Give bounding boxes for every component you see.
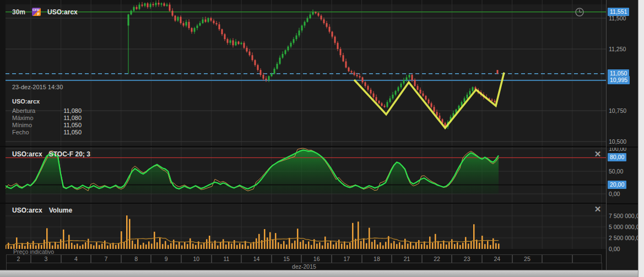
price-chart-canvas[interactable] [6, 0, 606, 146]
trading-chart-window: 30m CFDF USO:arcx 23-dez-2015 14:30 USO:… [0, 0, 644, 277]
date-cell[interactable]: 25 [512, 254, 543, 263]
tooltip-high-row: Máximo11,080 [12, 115, 82, 122]
date-cell[interactable]: 10 [181, 254, 212, 263]
date-cell[interactable]: 4 [61, 254, 91, 263]
volume-panel[interactable] [6, 204, 606, 249]
tooltip-datetime: 23-dez-2015 14:30 [12, 84, 82, 90]
symbol-label[interactable]: USO:arcx [47, 8, 78, 16]
date-cell[interactable]: 11 [212, 254, 242, 263]
date-cell-empty [542, 254, 572, 263]
volume-axis-tick: 7 500 000,00 [609, 213, 638, 219]
date-cell[interactable]: 7 [91, 254, 121, 263]
last-price-badge[interactable]: 10,995 [608, 76, 630, 84]
date-cell[interactable]: 14 [241, 254, 272, 263]
price-chart-panel[interactable] [6, 0, 606, 146]
stoch-axis-tick: 0,00 [609, 191, 620, 197]
time-axis[interactable]: dez-2015 234789101114151617182122232425 [6, 254, 606, 270]
symbol-label[interactable]: USO:arcx [12, 150, 42, 158]
date-cell[interactable]: 24 [482, 254, 512, 263]
volume-axis-tick: 2 500 000,00 [609, 235, 638, 241]
date-cell-empty [572, 254, 602, 263]
stochastic-canvas[interactable] [6, 147, 606, 203]
price-axis-tick: 10,500 [609, 138, 626, 145]
date-cell[interactable]: 18 [362, 254, 392, 263]
tooltip-symbol: USO:arcx [12, 98, 82, 105]
stochastic-panel[interactable] [6, 147, 606, 203]
price-axis-tick: 10,750 [609, 107, 626, 114]
timeframe-label[interactable]: 30m [12, 8, 25, 16]
stoch-lower-badge[interactable]: 20,00 [608, 181, 626, 189]
ohlc-tooltip: 23-dez-2015 14:30 USO:arcx Abertura11,08… [12, 84, 82, 136]
alert-price-badge[interactable]: 11,551 [608, 8, 629, 16]
stoch-upper-badge[interactable]: 80,00 [608, 153, 626, 161]
window-edge-strip [638, 0, 644, 277]
panel-separator[interactable] [0, 203, 638, 204]
price-axis-tick: 11,500 [609, 15, 626, 21]
price-panel-header: 30m CFDF USO:arcx [12, 8, 78, 16]
symbol-label[interactable]: USO:arcx [12, 207, 42, 214]
date-cell[interactable]: 8 [121, 254, 151, 263]
volume-axis-tick: 5 000 000,00 [609, 224, 638, 230]
indicator-label[interactable]: STOC-F 20; 3 [49, 150, 90, 158]
stochastic-panel-header: USO:arcx STOC-F 20; 3 [12, 150, 90, 158]
volume-panel-header: USO:arcx Volume [12, 207, 72, 214]
close-volume-icon[interactable]: ✕ [593, 204, 603, 214]
date-cell[interactable]: 23 [452, 254, 482, 263]
date-cell[interactable]: 15 [272, 254, 302, 263]
month-label: dez-2015 [6, 263, 602, 270]
close-stochastic-icon[interactable]: ✕ [593, 149, 603, 159]
date-cell[interactable]: 16 [301, 254, 332, 263]
date-cell[interactable]: 21 [392, 254, 422, 263]
date-cell[interactable]: 9 [151, 254, 181, 263]
panel-separator[interactable] [0, 146, 638, 147]
tooltip-close-row: Fecho11,050 [12, 129, 82, 136]
tooltip-low-row: Mínimo11,050 [12, 122, 82, 129]
price-axis-tick: 11,250 [609, 46, 626, 52]
stoch-axis-tick: 50,00 [609, 168, 623, 175]
indicative-price-note: Preço indicativo [13, 248, 54, 255]
horizontal-scrollbar[interactable] [0, 270, 644, 277]
volume-canvas[interactable] [6, 204, 606, 249]
volume-axis-tick: 0,00 [609, 246, 620, 252]
date-cell[interactable]: 3 [31, 254, 61, 263]
date-cell[interactable]: 2 [6, 254, 31, 263]
indicator-label[interactable]: Volume [49, 207, 72, 214]
cfd-instrument-icon: CFDF [32, 8, 41, 16]
date-cell[interactable]: 17 [332, 254, 362, 263]
tooltip-open-row: Abertura11,080 [12, 107, 82, 115]
price-axis-column[interactable]: 11,50011,25010,75010,500100,0050,000,007… [606, 0, 638, 277]
date-cell[interactable]: 22 [422, 254, 452, 263]
